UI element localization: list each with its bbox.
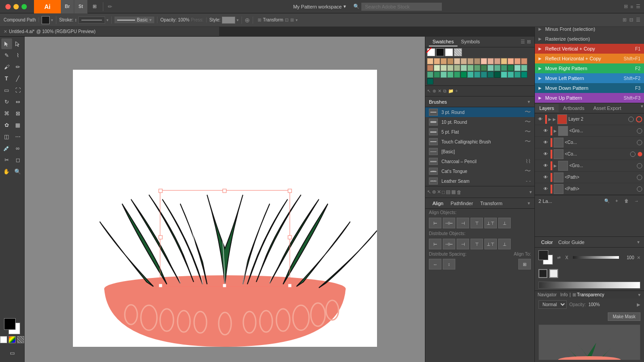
swatch-cell[interactable] bbox=[467, 58, 474, 64]
eye-icon[interactable]: 👁 bbox=[542, 139, 549, 146]
swatch-cell[interactable] bbox=[427, 65, 433, 71]
swatches-new-icon[interactable]: + bbox=[455, 88, 458, 93]
layers-expand-icon[interactable]: ▼ bbox=[640, 104, 644, 112]
swatch-cell[interactable] bbox=[514, 72, 521, 78]
color-guide-tab[interactable]: Color Guide bbox=[555, 238, 587, 246]
align-to-selection-btn[interactable]: ⊞ bbox=[518, 259, 531, 269]
white-swatch[interactable] bbox=[445, 48, 453, 56]
swatch-cell[interactable] bbox=[494, 65, 500, 71]
align-left-btn[interactable]: ⊢ bbox=[429, 218, 441, 228]
action-move-up[interactable]: ▶ Move Up Pattern Shift+F3 bbox=[535, 93, 644, 103]
new-layer-icon[interactable]: + bbox=[613, 197, 621, 205]
column-chart-tool[interactable]: ▦ bbox=[13, 120, 23, 130]
swatch-grid-icon[interactable]: ⊞ bbox=[527, 39, 531, 45]
eye-icon[interactable]: 👁 bbox=[542, 174, 549, 181]
selection-tool[interactable] bbox=[1, 38, 12, 49]
artboards-tab[interactable]: Artboards bbox=[559, 104, 589, 112]
brushes-folder-icon[interactable]: ▤ bbox=[446, 189, 450, 195]
zoom-tool[interactable]: 🔍 bbox=[13, 166, 23, 177]
dist-left-btn[interactable]: ⊢ bbox=[429, 239, 441, 249]
layer-gro-item2[interactable]: 👁 ▶ <Gro... bbox=[535, 160, 644, 172]
swatch-cell[interactable] bbox=[427, 78, 433, 84]
brushes-panel-expand[interactable]: ▼ bbox=[529, 190, 533, 194]
stroke-control[interactable]: ↕ bbox=[75, 17, 77, 22]
swatch-list-icon[interactable]: ☰ bbox=[521, 39, 525, 45]
brush-item-touch-calligraphic[interactable]: Touch Calligraphic Brush 〜 bbox=[425, 137, 534, 147]
white-color-swatch[interactable] bbox=[549, 269, 558, 278]
fg-color-swatch[interactable] bbox=[538, 250, 548, 260]
black-swatch[interactable] bbox=[436, 48, 444, 56]
eraser-tool[interactable]: ◻ bbox=[13, 155, 23, 165]
curvature-tool[interactable]: ⌇ bbox=[13, 50, 23, 61]
transparency-tab[interactable]: Transparency bbox=[577, 292, 604, 297]
brush-item-charcoal[interactable]: Charcoal – Pencil ⌇⌇ bbox=[425, 156, 534, 166]
swatch-cell[interactable] bbox=[447, 72, 453, 78]
warp-tool[interactable]: ⌘ bbox=[1, 108, 12, 119]
symbol-tool[interactable]: ✿ bbox=[1, 120, 12, 130]
swatch-cell[interactable] bbox=[481, 58, 487, 64]
fill-color-section[interactable]: ▾ bbox=[42, 16, 56, 24]
gradient-tool[interactable]: ◫ bbox=[1, 131, 12, 142]
brush-item-3pt-round[interactable]: 3 pt. Round 〜 bbox=[425, 107, 534, 117]
stroke-preview[interactable] bbox=[78, 17, 105, 24]
brushes-new-icon[interactable]: □ bbox=[442, 189, 445, 195]
none-swatch[interactable] bbox=[427, 48, 435, 56]
search-layers-icon[interactable]: 🔍 bbox=[603, 197, 611, 205]
layer-path-item[interactable]: 👁 <Path> bbox=[535, 172, 644, 183]
swatch-cell[interactable] bbox=[454, 65, 460, 71]
artboard[interactable] bbox=[73, 70, 377, 347]
swatch-cell[interactable] bbox=[481, 72, 487, 78]
align-expand-icon[interactable]: ▼ bbox=[527, 201, 531, 206]
align-bottom-btn[interactable]: ⊥ bbox=[498, 218, 511, 228]
swatch-cell[interactable] bbox=[461, 65, 467, 71]
swatch-cell[interactable] bbox=[494, 72, 500, 78]
doc-tab-item[interactable]: ✕ Untitled-4.ai* @ 100% (RGB/GPU Preview… bbox=[4, 29, 96, 34]
layer-circle[interactable] bbox=[637, 128, 642, 134]
pencil-tool[interactable]: ✏ bbox=[13, 62, 23, 72]
swatch-cell[interactable] bbox=[467, 65, 474, 71]
arrange2-icon[interactable]: ⊟ bbox=[629, 17, 633, 23]
screen-mode-button[interactable]: ▭ bbox=[7, 348, 17, 358]
scissors-tool[interactable]: ✂ bbox=[1, 155, 12, 165]
swatch-cell[interactable] bbox=[467, 72, 474, 78]
layout-button[interactable]: ⊞ bbox=[88, 0, 101, 13]
eye-icon[interactable]: 👁 bbox=[542, 162, 549, 169]
swatch-cell[interactable] bbox=[461, 72, 467, 78]
fill-swatch[interactable] bbox=[4, 318, 16, 330]
align-top-btn[interactable]: ⊤ bbox=[470, 218, 483, 228]
brush-selector[interactable]: Basic ▾ bbox=[114, 17, 154, 23]
eye-icon[interactable]: 👁 bbox=[542, 127, 549, 135]
dist-right-btn[interactable]: ⊣ bbox=[457, 239, 469, 249]
action-move-down[interactable]: ▶ Move Down Pattern F3 bbox=[535, 83, 644, 93]
swatch-cell[interactable] bbox=[434, 58, 440, 64]
dist-top-btn[interactable]: ⊤ bbox=[470, 239, 483, 249]
swatches-copy-icon[interactable]: ⧉ bbox=[443, 88, 446, 94]
direct-selection-tool[interactable] bbox=[13, 38, 23, 49]
blend-mode-dropdown[interactable]: Normal bbox=[538, 300, 567, 309]
swatch-cell[interactable] bbox=[508, 72, 514, 78]
transparency-icon[interactable]: ⊞ bbox=[572, 292, 576, 297]
swatch-cell[interactable] bbox=[474, 72, 480, 78]
swatches-tab[interactable]: Swatches bbox=[429, 38, 458, 46]
align-tab[interactable]: Align bbox=[429, 199, 447, 207]
swatch-cell[interactable] bbox=[521, 65, 527, 71]
swatch-cell[interactable] bbox=[441, 58, 447, 64]
align-center-v-btn[interactable]: ⊥⊤ bbox=[484, 218, 497, 228]
rectangle-tool[interactable]: ▭ bbox=[1, 85, 12, 96]
transform-dropdown[interactable]: ▾ bbox=[296, 18, 298, 22]
brush-item-leather-seam[interactable]: Leather Seam - - bbox=[425, 176, 534, 186]
color-tab[interactable]: Color bbox=[538, 238, 555, 246]
swatches-target-icon[interactable]: ⊕ bbox=[432, 88, 436, 93]
swatch-cell[interactable] bbox=[514, 58, 521, 64]
arrange-icon[interactable]: ≡ bbox=[631, 4, 633, 9]
fill-dropdown-icon[interactable]: ▾ bbox=[51, 18, 53, 22]
pathfinder-tab[interactable]: Pathfinder bbox=[447, 199, 476, 207]
stroke-dropdown[interactable]: ▾ bbox=[106, 18, 109, 22]
minimize-button[interactable] bbox=[13, 4, 19, 9]
layer-path-item2[interactable]: 👁 <Path> bbox=[535, 183, 644, 195]
workspace-selector[interactable]: My Pattern workspace ▾ bbox=[293, 4, 350, 9]
swatch-cell[interactable] bbox=[474, 58, 480, 64]
swatch-cell[interactable] bbox=[427, 72, 433, 78]
fill-color-box[interactable] bbox=[42, 16, 50, 24]
swatch-cell[interactable] bbox=[501, 58, 507, 64]
